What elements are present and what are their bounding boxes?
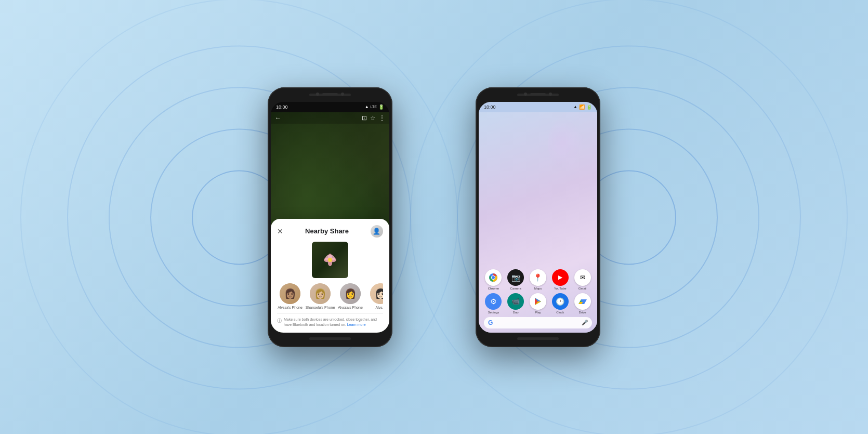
camera-label: Camera	[510, 287, 521, 290]
wallpaper-top-space	[482, 116, 594, 266]
drive-icon-bg	[574, 293, 591, 310]
left-status-icons: ▲ LTE 🔋	[365, 104, 384, 110]
home-screen-wallpaper: Chrome 📷 Camera 📍 Maps	[479, 112, 597, 333]
clock-app[interactable]: 🕐 Clock	[550, 293, 570, 314]
cast-icon[interactable]: ⊡	[362, 114, 367, 122]
learn-more-link[interactable]: Learn more	[347, 323, 366, 326]
speaker-grille	[322, 93, 338, 95]
drive-icon	[578, 297, 587, 306]
device-list: 👩🏽 Alyssa's Phone 👩🏼 Shangel	[277, 283, 383, 309]
right-screen-content: 10:00 ▲ 📶 🔋	[479, 102, 597, 333]
left-status-bar: 10:00 ▲ LTE 🔋	[271, 102, 389, 112]
gmail-label: Gmail	[578, 287, 587, 290]
meet-label: Duo	[513, 311, 519, 314]
settings-icon-bg: ⚙	[485, 293, 502, 310]
svg-point-16	[328, 258, 332, 262]
chrome-icon	[485, 269, 502, 286]
device-label-4: Alys...	[375, 306, 383, 309]
device-avatar-1: 👩🏽	[280, 283, 300, 304]
clock-icon-bg: 🕐	[552, 293, 569, 310]
device-label-2: Shangela's Phone	[306, 306, 335, 309]
gmail-icon: ✉	[580, 274, 585, 281]
device-avatar-2: 👩🏼	[310, 283, 331, 304]
maps-icon: 📍	[533, 273, 542, 282]
info-text: Make sure both devices are unlocked, clo…	[284, 317, 383, 327]
gmail-app[interactable]: ✉ Gmail	[573, 269, 592, 290]
drive-app[interactable]: Drive	[573, 293, 592, 314]
back-icon[interactable]: ←	[275, 114, 281, 122]
photo-toolbar: ← ⊡ ☆ ⋮	[271, 112, 389, 124]
right-power-button	[600, 150, 600, 176]
meet-icon-bg: 📹	[507, 293, 524, 310]
left-screen-content: 10:00 ▲ LTE 🔋 ← ⊡ ☆	[271, 102, 389, 333]
left-time: 10:00	[276, 104, 288, 110]
right-phone-camera	[524, 93, 552, 96]
play-app[interactable]: Play	[529, 293, 548, 314]
google-g-logo: G	[488, 319, 493, 326]
left-phone-screen: 10:00 ▲ LTE 🔋 ← ⊡ ☆	[271, 102, 389, 333]
meet-app[interactable]: 📹 Duo	[506, 293, 525, 314]
right-status-icons: ▲ 📶 🔋	[573, 104, 592, 110]
youtube-icon-bg: ▶	[552, 269, 569, 286]
clock-icon: 🕐	[556, 297, 564, 306]
wifi-icon: ▲	[365, 104, 369, 109]
sheet-info: ⓘ Make sure both devices are unlocked, c…	[277, 313, 383, 327]
right-battery-icon: 🔋	[586, 104, 592, 110]
clock-label: Clock	[556, 311, 564, 314]
device-label-1: Alyssa's Phone	[278, 306, 303, 309]
device-item-1[interactable]: 👩🏽 Alyssa's Phone	[277, 283, 303, 309]
left-phone-camera	[316, 93, 344, 96]
youtube-icon: ▶	[558, 274, 562, 280]
device-item-3[interactable]: 👩 Alyssa's Phone	[337, 283, 363, 309]
play-label: Play	[535, 311, 541, 314]
star-icon[interactable]: ☆	[370, 114, 376, 122]
app-row-1: Chrome 📷 Camera 📍 Maps	[482, 269, 594, 290]
google-search-bar[interactable]: G 🎤	[484, 317, 592, 328]
battery-icon: 🔋	[378, 104, 384, 110]
app-row-2: ⚙ Settings 📹 Duo	[482, 293, 594, 314]
drive-label: Drive	[579, 311, 586, 314]
camera-lens	[316, 93, 319, 96]
nearby-share-title: Nearby Share	[305, 227, 349, 235]
user-avatar: 👤	[371, 225, 383, 238]
right-phone: 10:00 ▲ 📶 🔋	[476, 87, 600, 347]
device-item-4[interactable]: 👩🏻 Alys...	[367, 283, 383, 309]
close-button[interactable]: ✕	[277, 227, 283, 235]
power-button	[392, 150, 392, 176]
svg-point-20	[492, 276, 495, 279]
more-icon[interactable]: ⋮	[379, 114, 385, 122]
right-camera-sensor	[549, 93, 552, 96]
right-wifi-icon: ▲	[573, 104, 577, 109]
youtube-app[interactable]: ▶ YouTube	[550, 269, 570, 290]
right-signal-icon: 📶	[579, 104, 585, 110]
volume-down-button	[268, 160, 268, 181]
nearby-share-sheet: ✕ Nearby Share 👤	[271, 219, 389, 333]
play-store-icon	[533, 297, 543, 306]
camera-app[interactable]: 📷 Camera	[506, 269, 525, 290]
maps-label: Maps	[534, 287, 542, 290]
right-status-bar: 10:00 ▲ 📶 🔋	[479, 102, 597, 112]
maps-app[interactable]: 📍 Maps	[529, 269, 548, 290]
right-time: 10:00	[484, 104, 496, 110]
camera-icon-bg: 📷	[507, 269, 524, 286]
left-phone: 10:00 ▲ LTE 🔋 ← ⊡ ☆	[268, 87, 392, 347]
scene-container: 10:00 ▲ LTE 🔋 ← ⊡ ☆	[0, 0, 868, 434]
device-label-3: Alyssa's Phone	[338, 306, 363, 309]
sheet-preview	[277, 242, 383, 278]
right-volume-down-button	[476, 160, 476, 181]
assistant-icon[interactable]: 🎤	[582, 320, 588, 325]
volume-up-button	[268, 139, 268, 155]
device-item-2[interactable]: 👩🏼 Shangela's Phone	[307, 283, 333, 309]
gmail-icon-bg: ✉	[574, 269, 591, 286]
settings-icon: ⚙	[490, 297, 497, 306]
maps-icon-bg: 📍	[530, 269, 546, 286]
chrome-app[interactable]: Chrome	[484, 269, 503, 290]
sheet-header: ✕ Nearby Share 👤	[277, 225, 383, 238]
camera-sensor	[341, 93, 344, 96]
play-icon-bg	[530, 293, 546, 310]
settings-app[interactable]: ⚙ Settings	[484, 293, 503, 314]
device-avatar-3: 👩	[340, 283, 361, 304]
right-camera-lens	[524, 93, 527, 96]
signal-icon: LTE	[371, 105, 377, 109]
right-volume-up-button	[476, 139, 476, 155]
